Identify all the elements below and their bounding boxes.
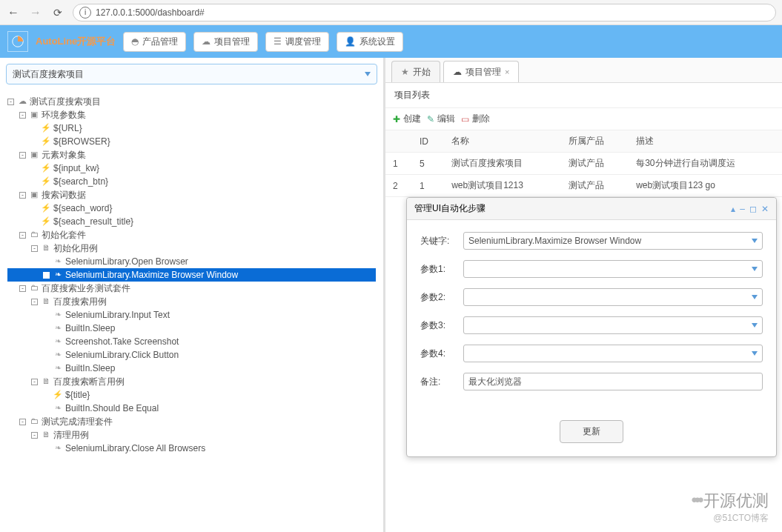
chevron-down-icon [365, 72, 371, 76]
table-header: ID [412, 130, 444, 153]
tree-toggle[interactable]: - [19, 232, 26, 239]
tree-item[interactable]: -🗀初始化套件 [7, 228, 376, 242]
minus-icon: ▭ [461, 114, 469, 124]
param4-select[interactable] [463, 345, 763, 362]
tree-item[interactable]: -🗀测试完成清理套件 [7, 415, 376, 428]
tree-item[interactable]: ⚡${search_btn} [7, 175, 376, 188]
maximize-icon[interactable]: ◻ [749, 204, 757, 214]
tree-item[interactable]: ⚡${title} [7, 388, 376, 402]
tree-item[interactable]: ⚡${input_kw} [7, 162, 376, 175]
tree-item[interactable]: ❧Screenshot.Take Screenshot [7, 335, 376, 348]
case-icon: ▣ [29, 109, 39, 120]
tree-toggle[interactable]: - [19, 285, 26, 292]
table-row[interactable]: 21web测试项目1213测试产品web测试项目123 go [385, 175, 782, 197]
tree-toggle[interactable]: - [19, 192, 26, 199]
tree-item[interactable]: ❧SeleniumLibrary.Open Browser [7, 255, 376, 268]
param1-select[interactable] [463, 260, 763, 278]
bolt-icon: ⚡ [41, 122, 51, 133]
bolt-icon: ⚡ [41, 176, 51, 187]
update-button[interactable]: 更新 [560, 420, 623, 443]
tree-item[interactable]: -🗎初始化用例 [7, 242, 376, 255]
site-info-icon: i [79, 7, 91, 19]
tree-item[interactable]: -☁测试百度搜索项目 [7, 95, 376, 108]
tree-item[interactable]: ❧SeleniumLibrary.Input Text [7, 308, 376, 322]
tree-item[interactable]: -▣搜索词数据 [7, 188, 376, 202]
tree-toggle[interactable]: - [19, 152, 26, 159]
tree-item[interactable]: ❧SeleniumLibrary.Close All Browsers [7, 442, 376, 455]
tab-project[interactable]: ☁项目管理× [443, 61, 519, 82]
table-header: 所属产品 [561, 130, 629, 153]
pencil-icon: ✎ [427, 114, 434, 124]
file-icon: 🗎 [41, 376, 51, 387]
tree-toggle [43, 352, 50, 359]
create-button[interactable]: ✚创建 [393, 113, 421, 125]
tree-item[interactable]: ⚡${seach_result_title} [7, 215, 376, 228]
browser-refresh[interactable]: ⟳ [50, 7, 65, 19]
param3-select[interactable] [463, 316, 763, 334]
file-icon: 🗎 [41, 242, 51, 253]
tree-label: 测试完成清理套件 [42, 416, 113, 428]
tree-item[interactable]: -🗎百度搜索用例 [7, 295, 376, 308]
tree-item[interactable]: -▣元素对象集 [7, 148, 376, 162]
tree-item[interactable]: ❧SeleniumLibrary.Maximize Browser Window [7, 268, 376, 282]
schedule-manage-button[interactable]: ☰调度管理 [265, 32, 329, 52]
bolt-icon: ⚡ [41, 136, 51, 147]
bolt-icon: ⚡ [41, 202, 51, 213]
tree-toggle [31, 219, 38, 225]
keyword-select[interactable]: SeleniumLibrary.Maximize Browser Window [463, 232, 763, 250]
tree-toggle[interactable]: - [7, 99, 14, 105]
tree-item[interactable]: ⚡${URL} [7, 122, 376, 135]
tree-label: BuiltIn.Should Be Equal [65, 402, 159, 415]
edit-button[interactable]: ✎编辑 [427, 113, 455, 125]
tree-item[interactable]: -🗀百度搜索业务测试套件 [7, 282, 376, 295]
tree-toggle [31, 125, 38, 132]
system-settings-button[interactable]: 👤系统设置 [337, 32, 403, 52]
leaf-icon: ❧ [53, 336, 63, 347]
tree-toggle[interactable]: - [31, 432, 38, 439]
tree-item[interactable]: -🗎百度搜索断言用例 [7, 375, 376, 388]
table-row[interactable]: 15测试百度搜索项目测试产品每30分钟进行自动调度运 [385, 153, 782, 175]
product-manage-button[interactable]: ◓产品管理 [123, 32, 186, 52]
tree-toggle[interactable]: - [31, 245, 38, 252]
minimize-icon[interactable]: – [740, 204, 745, 214]
url-bar[interactable]: i 127.0.0.1:5000/dashboard# [73, 4, 776, 21]
chevron-down-icon [752, 295, 758, 299]
tree-toggle[interactable]: - [31, 299, 38, 305]
tree-toggle [31, 179, 38, 185]
tree-toggle[interactable]: - [19, 112, 26, 119]
tree-label: SeleniumLibrary.Input Text [65, 309, 170, 322]
collapse-icon[interactable]: ▴ [731, 204, 735, 214]
browser-forward[interactable]: → [28, 5, 43, 20]
close-icon[interactable]: × [505, 67, 509, 76]
remark-input[interactable] [463, 373, 763, 390]
tree-item[interactable]: ❧SeleniumLibrary.Click Button [7, 348, 376, 362]
tree-item[interactable]: ⚡${BROWSER} [7, 135, 376, 148]
leaf-icon: ❧ [53, 442, 63, 453]
project-manage-button[interactable]: ☁项目管理 [193, 32, 258, 52]
browser-back[interactable]: ← [6, 5, 21, 20]
tree-label: 搜索词数据 [42, 189, 86, 202]
tree-toggle[interactable]: - [19, 419, 26, 425]
param2-select[interactable] [463, 288, 763, 306]
tree-toggle [43, 392, 50, 399]
project-table: ID名称所属产品描述 15测试百度搜索项目测试产品每30分钟进行自动调度运21w… [385, 130, 782, 197]
tree-item[interactable]: ⚡${seach_word} [7, 202, 376, 215]
delete-button[interactable]: ▭删除 [461, 113, 490, 125]
tree-label: 初始化套件 [42, 229, 86, 242]
tree-label: 元素对象集 [42, 149, 86, 162]
tree-item[interactable]: -▣环境参数集 [7, 108, 376, 122]
table-header [385, 130, 412, 153]
selected-project: 测试百度搜索项目 [13, 68, 84, 81]
tree-item[interactable]: -🗎清理用例 [7, 428, 376, 442]
tree-toggle[interactable]: - [31, 379, 38, 385]
leaf-icon: ❧ [53, 256, 63, 267]
tree-item[interactable]: ❧BuiltIn.Sleep [7, 362, 376, 375]
tab-start[interactable]: ★开始 [391, 61, 440, 82]
project-select[interactable]: 测试百度搜索项目 [6, 64, 377, 84]
tree-item[interactable]: ❧BuiltIn.Should Be Equal [7, 402, 376, 415]
close-icon[interactable]: ✕ [761, 204, 769, 214]
tree-item[interactable]: ❧BuiltIn.Sleep [7, 322, 376, 335]
tree-label: ${input_kw} [53, 162, 99, 175]
tree-label: ${BROWSER} [53, 136, 110, 148]
tree-toggle [43, 325, 50, 332]
